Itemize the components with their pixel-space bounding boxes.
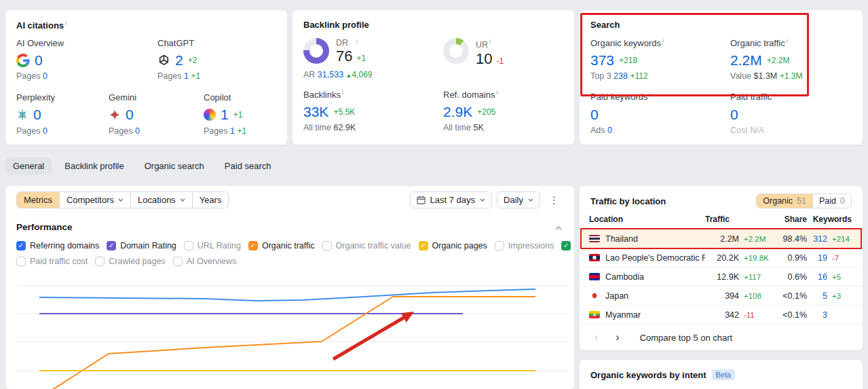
keywords-count[interactable]: 312 bbox=[807, 234, 827, 244]
share-value: 0.6% bbox=[772, 272, 807, 282]
ai-item-gemini: Gemini 0 Pages 0 bbox=[109, 92, 204, 135]
metric-checkbox-crawled-pages[interactable]: ✓Crawled pages bbox=[95, 257, 165, 266]
organic-keywords-value[interactable]: 373 bbox=[590, 52, 614, 68]
info-icon[interactable]: i bbox=[65, 20, 67, 26]
tab-general[interactable]: General bbox=[5, 158, 52, 174]
info-icon[interactable]: i bbox=[497, 89, 498, 96]
collapse-section-button[interactable] bbox=[554, 219, 563, 234]
metric-checkbox-organic-traffic-value[interactable]: ✓Organic traffic value bbox=[322, 241, 411, 251]
metric-checkbox-paid-traffic[interactable]: ✓Paid traffic bbox=[561, 241, 574, 251]
traffic-value: 342 bbox=[705, 310, 739, 320]
copilot-pages: Pages 1 +1 bbox=[204, 126, 276, 136]
paid-traffic-label: Paid traffic bbox=[730, 92, 772, 103]
toggle-paid[interactable]: Paid0 bbox=[812, 194, 851, 208]
traffic-value: 2.2M bbox=[705, 234, 739, 244]
next-page-button[interactable]: › bbox=[611, 332, 623, 343]
date-range-dropdown[interactable]: Last 7 days bbox=[410, 191, 493, 208]
keywords-change: +3 bbox=[827, 292, 852, 300]
metric-checkbox-referring-domains[interactable]: ✓Referring domains bbox=[16, 241, 99, 251]
paid-keywords-value[interactable]: 0 bbox=[590, 107, 599, 122]
metric-checkbox-impressions[interactable]: ✓Impressions bbox=[495, 241, 554, 251]
checkbox-icon: ✓ bbox=[107, 241, 116, 251]
granularity-dropdown[interactable]: Daily bbox=[497, 191, 540, 208]
competitors-dropdown[interactable]: Competitors bbox=[59, 192, 130, 208]
ai-overview-count[interactable]: 0 bbox=[35, 52, 43, 68]
cambodia-flag-icon bbox=[589, 273, 600, 280]
dr-label: DR bbox=[336, 38, 348, 48]
checkbox-icon: ✓ bbox=[419, 241, 428, 251]
ai-citations-row-1: AI Overview 0 Pages 0 ChatGPT 2 +2 bbox=[16, 38, 276, 81]
gemini-count[interactable]: 0 bbox=[126, 107, 134, 122]
backlinks-row: Backlinksi 33K +5.5K All time 62.9K Ref.… bbox=[303, 89, 563, 132]
ai-item-copilot: Copilot 1 +1 Pages 1 +1 bbox=[204, 92, 276, 135]
metric-label: Crawled pages bbox=[109, 257, 165, 266]
compare-top5-label[interactable]: Compare top 5 on chart bbox=[640, 333, 733, 343]
kebab-menu-icon[interactable]: ⋮ bbox=[545, 193, 563, 208]
chevron-up-icon bbox=[555, 226, 562, 230]
traffic-value: 20.2K bbox=[705, 253, 739, 263]
ar-line: AR 31,533 ▲4,069 bbox=[303, 70, 443, 79]
performance-chart-area[interactable] bbox=[5, 268, 574, 389]
keywords-count[interactable]: 5 bbox=[807, 291, 827, 301]
traffic-value-line: Value $1.3M +1.3M bbox=[730, 71, 852, 81]
ref-domains-value[interactable]: 2.9K bbox=[443, 104, 472, 119]
keywords-count[interactable]: 3 bbox=[807, 310, 827, 320]
location-name: Myanmar bbox=[605, 310, 641, 320]
metric-checkbox-organic-pages[interactable]: ✓Organic pages bbox=[419, 241, 487, 251]
traffic-change: +108 bbox=[739, 292, 772, 300]
years-button[interactable]: Years bbox=[192, 192, 229, 208]
info-icon[interactable]: i bbox=[489, 38, 491, 45]
prev-page-button[interactable]: ‹ bbox=[590, 332, 602, 343]
info-icon[interactable]: i bbox=[649, 91, 651, 98]
chevron-down-icon bbox=[118, 198, 124, 202]
performance-chart[interactable] bbox=[5, 268, 574, 389]
backlinks-value[interactable]: 33K bbox=[303, 104, 328, 119]
perplexity-count[interactable]: 0 bbox=[33, 107, 41, 122]
info-icon[interactable]: i bbox=[342, 89, 343, 96]
tab-organic-search[interactable]: Organic search bbox=[137, 158, 212, 174]
traffic-table-footer: ‹ › Compare top 5 on chart bbox=[580, 325, 863, 350]
keywords-count[interactable]: 16 bbox=[807, 272, 827, 282]
keywords-count[interactable]: 19 bbox=[807, 253, 827, 263]
metrics-button[interactable]: Metrics bbox=[17, 192, 59, 208]
metric-checkbox-domain-rating[interactable]: ✓Domain Rating bbox=[107, 241, 176, 251]
traffic-change: +2.2M bbox=[739, 235, 772, 243]
traffic-value: 394 bbox=[705, 291, 739, 301]
search-row-2: Paid keywordsi 0 Ads 0 Paid traffici 0 C… bbox=[590, 91, 852, 134]
ai-item-label: ChatGPT bbox=[157, 38, 276, 48]
info-icon[interactable]: i bbox=[773, 91, 774, 98]
copilot-count[interactable]: 1 bbox=[221, 107, 229, 122]
organic-traffic-value[interactable]: 2.2M bbox=[730, 52, 762, 68]
ai-item-perplexity: Perplexity 0 Pages 0 bbox=[16, 92, 109, 135]
metric-checkbox-organic-traffic[interactable]: ✓Organic traffic bbox=[248, 241, 315, 251]
chatgpt-count[interactable]: 2 bbox=[175, 52, 183, 68]
perplexity-pages: Pages 0 bbox=[16, 126, 109, 136]
backlink-profile-title: Backlink profile bbox=[303, 20, 563, 30]
ur-change: -1 bbox=[496, 57, 504, 65]
location-name: Lao People's Democratic Reput bbox=[605, 253, 705, 263]
locations-dropdown[interactable]: Locations bbox=[130, 192, 192, 208]
metric-checkbox-ai-overviews[interactable]: ✓AI Overviews bbox=[173, 257, 237, 266]
info-icon[interactable]: i bbox=[662, 37, 664, 44]
backlink-profile-panel: Backlink profile DRi 76 +1 AR 31,533 ▲4,… bbox=[293, 10, 574, 145]
performance-panel: Metrics Competitors Locations Years Last… bbox=[5, 186, 574, 389]
metric-label: Referring domains bbox=[30, 241, 99, 251]
info-icon[interactable]: i bbox=[787, 37, 788, 44]
ads-line: Ads 0 bbox=[590, 126, 730, 135]
table-row-cambodia: Cambodia 12.9K +117 0.6% 16 +5 bbox=[580, 267, 863, 286]
metric-checkbox-paid-traffic-cost[interactable]: ✓Paid traffic cost bbox=[16, 257, 88, 266]
chatgpt-change: +2 bbox=[188, 56, 197, 65]
traffic-value: 12.9K bbox=[705, 272, 739, 282]
paid-traffic-value[interactable]: 0 bbox=[730, 107, 738, 122]
laos-flag-icon bbox=[589, 254, 600, 261]
backlinks-label: Backlinks bbox=[303, 90, 341, 100]
metric-label: Domain Rating bbox=[120, 241, 176, 251]
tab-backlink-profile[interactable]: Backlink profile bbox=[57, 158, 131, 174]
metric-checkbox-url-rating[interactable]: ✓URL Rating bbox=[184, 241, 241, 251]
ur-value: 10 bbox=[476, 52, 492, 67]
table-row-myanmar: Myanmar 342 -11 <0.1% 3 bbox=[580, 305, 863, 325]
ur-donut-chart bbox=[443, 38, 469, 64]
tab-paid-search[interactable]: Paid search bbox=[217, 158, 279, 174]
toggle-organic[interactable]: Organic51 bbox=[757, 194, 812, 208]
info-icon[interactable]: i bbox=[356, 38, 358, 48]
